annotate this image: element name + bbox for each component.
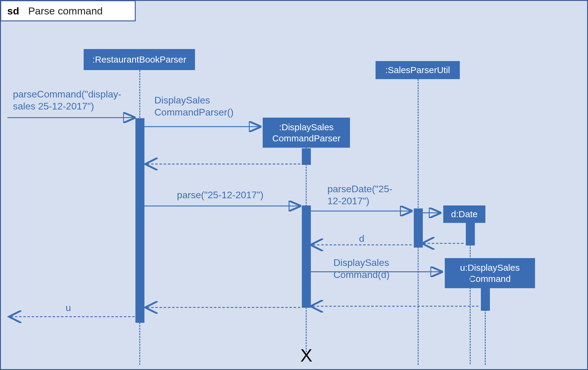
activation-display-sales-command-parser-1 [302,148,311,165]
title-text: Parse command [28,5,103,17]
object-restaurant-book-parser: :RestaurantBookParser [84,49,195,70]
object-sales-parser-util: :SalesParserUtil [376,61,460,79]
msg-parse-date: parseDate("25- 12-2017") [327,183,392,207]
object-label: d:Date [451,208,478,220]
activation-display-sales-command-parser-2 [302,205,311,308]
object-date: d:Date [443,205,485,223]
diagram-title-tab: sd Parse command [0,0,136,21]
object-label: CommandParser [272,133,341,144]
msg-parse: parse("25-12-2017") [177,189,264,201]
object-label: Command [469,273,511,285]
object-label: :RestaurantBookParser [92,54,186,65]
object-label: u:DisplaySales [460,262,520,273]
msg-d-return: d [359,233,364,245]
activation-display-sales-command [481,288,490,311]
activation-sales-parser-util [414,208,423,248]
msg-display-sales-command-parser: DisplaySales CommandParser() [154,94,234,118]
destruction-icon: X [300,345,312,366]
msg-display-sales-command: DisplaySales Command(d) [333,257,390,281]
sequence-diagram: sd Parse command :RestaurantBookParser :… [0,0,588,370]
msg-u-return: u [66,302,71,314]
activation-restaurant-book-parser [135,118,144,323]
object-label: :DisplaySales [279,122,334,133]
msg-parse-command: parseCommand("display- sales 25-12-2017"… [13,88,121,112]
object-display-sales-command: u:DisplaySales Command [445,258,535,288]
object-display-sales-command-parser: :DisplaySales CommandParser [263,118,350,148]
activation-date [466,223,475,245]
object-label: :SalesParserUtil [385,64,450,76]
title-prefix: sd [7,5,19,17]
